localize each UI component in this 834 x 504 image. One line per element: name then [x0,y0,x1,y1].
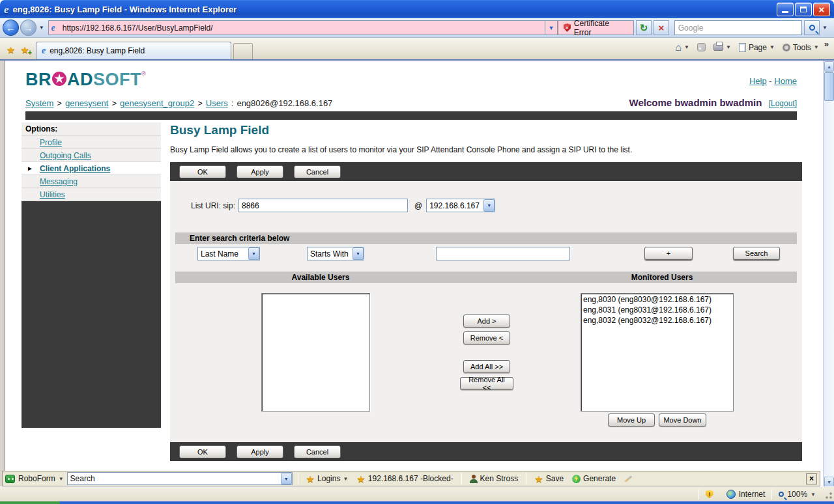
web-search-button[interactable] [804,20,820,35]
certificate-shield-icon: × [564,23,571,32]
add-all-button[interactable]: Add All >> [463,360,510,373]
at-sign: @ [414,201,422,210]
add-criteria-button[interactable]: + [644,247,693,260]
monitored-user-item[interactable]: eng,8031 (eng8031@192.168.6.167) [583,305,731,315]
minimize-button[interactable] [777,3,794,16]
address-input[interactable]: e https://192.168.6.167/User/BusyLampFie… [48,20,546,35]
back-icon: ← [6,22,16,33]
logins-button[interactable]: ★ Logins ▼ [304,473,351,484]
close-button[interactable]: × [813,3,830,16]
cancel-button-top[interactable]: Cancel [294,165,341,178]
sidebar-title: Options: [22,122,161,136]
zone-label: Internet [739,490,766,499]
zoom-level: 100% [787,490,807,499]
windows-taskbar-edge [0,501,834,504]
vertical-scrollbar[interactable]: ▲ ▼ [823,61,834,488]
restore-icon [800,7,807,12]
domain-select[interactable]: 192.168.6.167 ▼ [426,199,495,212]
sidebar-item-outgoing-calls[interactable]: Outgoing Calls [22,149,161,162]
monitored-user-item[interactable]: eng,8030 (eng8030@192.168.6.167) [583,294,731,305]
stop-button[interactable]: × [654,20,669,35]
breadcrumb-system[interactable]: System [25,98,53,108]
roboform-close-button[interactable]: × [806,473,817,484]
search-button[interactable]: Search [733,247,780,260]
monitored-user-item[interactable]: eng,8032 (eng8032@192.168.6.167) [583,315,731,326]
print-button[interactable]: ▼ [711,42,734,52]
scrollbar-down-button[interactable]: ▼ [824,477,834,487]
home-button[interactable]: ⌂▼ [672,41,692,54]
certificate-error-badge[interactable]: × Certificate Error [558,20,634,35]
remove-button[interactable]: Remove < [463,331,510,344]
sidebar-item-messaging[interactable]: Messaging [22,175,161,188]
ok-button-bottom[interactable]: OK [179,445,226,458]
transfer-buttons: Add > Remove < Add All >> Remove All << [460,315,513,390]
apply-button-top[interactable]: Apply [237,165,283,178]
search-value-input[interactable] [436,247,570,260]
roboform-search-combo[interactable]: Search ▼ [67,472,293,485]
start-button-edge [0,501,60,504]
home-link[interactable]: Home [774,76,797,86]
page-menu-button[interactable]: Page▼ [736,42,777,53]
logout-link[interactable]: [Logout] [769,99,797,108]
breadcrumb-users[interactable]: Users [206,98,228,108]
new-tab-stub[interactable] [233,43,253,59]
pencil-icon [625,475,633,483]
order-buttons: Move Up Move Down [608,413,706,427]
tools-dropdown-icon: ▼ [814,44,819,50]
list-uri-input[interactable] [238,199,408,212]
monitored-users-listbox[interactable]: eng,8030 (eng8030@192.168.6.167) eng,803… [581,293,734,412]
favorites-star-icon[interactable]: ★ [7,45,15,55]
move-down-button[interactable]: Move Down [659,413,706,427]
zoom-control[interactable]: 100% ▼ [772,490,822,499]
sidebar-item-client-applications[interactable]: ►Client Applications [22,162,161,175]
save-star-icon: ★ [534,474,543,484]
condition-select-arrow-icon[interactable]: ▼ [352,247,364,260]
save-button[interactable]: ★ Save [532,473,566,484]
breadcrumb-group[interactable]: genesysent_group2 [120,98,194,108]
generate-button[interactable]: Generate [569,473,618,484]
add-favorite-icon[interactable]: ★+ [20,45,29,55]
roboform-search-dropdown-icon[interactable]: ▼ [281,473,292,484]
zoom-magnifier-icon [779,492,784,497]
add-button[interactable]: Add > [463,315,510,328]
list-uri-row: List URI: sip: @ 192.168.6.167 ▼ [170,199,802,212]
address-dropdown-button[interactable]: ▼ [545,20,558,35]
tab-busy-lamp-field[interactable]: e eng,8026: Busy Lamp Field [36,42,231,59]
search-field-select[interactable]: Last Name ▼ [197,247,260,260]
identity-button[interactable]: Ken Stross [467,473,521,484]
web-search-input[interactable] [674,20,802,35]
domain-select-arrow-icon[interactable]: ▼ [483,199,495,212]
site-passcard-button[interactable]: ★ 192.168.6.167 -Blocked- [354,473,455,484]
forward-button[interactable]: → [20,20,36,36]
roboform-icon [5,475,15,483]
tools-menu-button[interactable]: Tools▼ [780,42,822,53]
breadcrumb-genesysent[interactable]: genesysent [65,98,109,108]
browser-viewport: BR AD SOFT ® Help - Home System> genesys… [0,59,834,486]
security-report-pane[interactable]: ! [699,490,720,499]
recent-pages-dropdown-icon[interactable]: ▼ [39,25,44,31]
globe-icon [726,490,736,499]
scrollbar-up-button[interactable]: ▲ [824,61,834,72]
help-link[interactable]: Help [749,76,767,86]
restore-button[interactable] [795,3,812,16]
cancel-button-bottom[interactable]: Cancel [294,445,341,458]
ok-button-top[interactable]: OK [179,165,226,178]
sidebar-item-profile[interactable]: Profile [22,136,161,149]
search-condition-select[interactable]: Starts With ▼ [307,247,364,260]
remove-all-button[interactable]: Remove All << [460,377,513,390]
available-users-listbox[interactable] [261,293,370,412]
back-button[interactable]: ← [3,20,19,36]
resize-grip[interactable] [822,489,833,499]
feeds-button[interactable] [695,42,708,53]
apply-button-bottom[interactable]: Apply [237,445,283,458]
scrollbar-thumb[interactable] [824,72,834,101]
refresh-button[interactable]: ↻ [636,20,652,35]
search-options-dropdown-icon[interactable]: ▼ [822,25,827,31]
minimize-icon [782,11,788,13]
roboform-menu-button[interactable]: RoboForm [18,474,55,483]
field-select-arrow-icon[interactable]: ▼ [248,247,259,260]
more-toolbar-chevron[interactable]: » [824,39,829,55]
roboform-dropdown-icon[interactable]: ▼ [59,476,64,482]
sidebar-item-utilities[interactable]: Utilities [22,188,161,201]
move-up-button[interactable]: Move Up [608,413,655,427]
